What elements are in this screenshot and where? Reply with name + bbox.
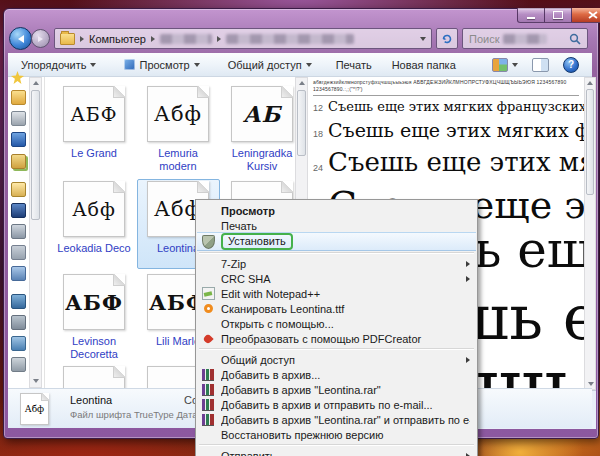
uac-shield-icon — [202, 235, 215, 249]
forward-icon — [38, 36, 43, 42]
menu-item-share[interactable]: Общий доступ — [197, 352, 476, 367]
maximize-icon — [553, 11, 563, 19]
caption-button-group — [517, 8, 600, 23]
disk-drive-icon[interactable] — [11, 224, 26, 239]
search-icon[interactable] — [569, 33, 581, 45]
size-label: 12 — [313, 103, 328, 113]
share-button[interactable]: Общий доступ — [221, 56, 319, 74]
printer-icon[interactable] — [11, 315, 26, 330]
glyph-preview: Абф — [25, 404, 44, 414]
menu-item-preview[interactable]: Просмотр — [197, 203, 476, 218]
navigation-scrollbar[interactable] — [29, 77, 42, 388]
close-button[interactable] — [572, 8, 600, 23]
details-file-name: Leontina — [70, 394, 112, 406]
views-icon — [492, 58, 508, 72]
preview-line: 12 Съешь еще этих мягких французских бул… — [308, 99, 584, 114]
close-icon — [588, 11, 598, 19]
scrollbar-thumb[interactable] — [31, 90, 40, 220]
winrar-icon — [202, 369, 214, 381]
menu-item-open-with[interactable]: Открыть с помощью... — [197, 316, 476, 331]
menu-item-archive-email[interactable]: Добавить в архив и отправить по e-mail..… — [197, 397, 476, 412]
network-icon[interactable] — [11, 336, 26, 351]
favorites-star-icon[interactable] — [11, 71, 24, 84]
font-tile[interactable]: Абф Lemuria modern — [140, 86, 216, 173]
menu-item-add-to-named-archive[interactable]: Добавить в архив "Leontina.rar" — [197, 382, 476, 397]
winrar-icon — [202, 384, 214, 396]
organize-button[interactable]: Упорядочить — [14, 56, 103, 74]
view-button[interactable]: Просмотр — [117, 56, 206, 74]
sample-text: Съешь еще этих мягких французских булок,… — [328, 147, 584, 177]
downloads-folder-icon[interactable] — [11, 154, 26, 169]
back-icon — [18, 35, 24, 43]
chevron-down-icon — [90, 63, 96, 67]
computer-icon[interactable] — [11, 203, 26, 218]
minimize-button[interactable] — [517, 8, 545, 23]
menu-item-crc-sha[interactable]: CRC SHA — [197, 271, 476, 286]
menu-item-scan[interactable]: Сканировать Leontina.ttf — [197, 301, 476, 316]
device-icon[interactable] — [11, 266, 26, 281]
preview-charset-line: 1234567890.:,;("*!?') — [308, 86, 584, 93]
pdfcreator-flame-icon — [202, 333, 213, 344]
device-icon[interactable] — [11, 357, 26, 372]
back-button[interactable] — [9, 27, 32, 50]
font-file-icon: Абф — [147, 86, 209, 142]
folder-icon — [60, 33, 75, 45]
menu-item-edit-notepadpp[interactable]: Edit with Notepad++ — [197, 286, 476, 301]
menu-item-add-to-archive[interactable]: Добавить в архив... — [197, 367, 476, 382]
preview-line: 24 Съешь еще этих мягких французских бул… — [308, 147, 584, 177]
preview-scrollbar[interactable] — [584, 77, 596, 390]
font-tile[interactable]: Абф Leokadia Deco — [56, 181, 132, 255]
font-file-icon: АБФ — [63, 86, 125, 142]
glyph-preview: АБФ — [65, 290, 123, 315]
help-button[interactable]: ? — [556, 54, 586, 76]
preview-pane-toggle[interactable] — [525, 55, 556, 75]
breadcrumb-chevron-icon — [80, 36, 84, 42]
menu-item-install[interactable]: Установить — [197, 232, 476, 251]
print-button[interactable]: Печать — [329, 56, 379, 74]
change-view-button[interactable] — [485, 55, 525, 75]
disk-drive-icon[interactable] — [11, 245, 26, 260]
libraries-icon[interactable] — [11, 182, 26, 197]
preview-pane-icon — [532, 58, 549, 72]
font-name-label: Lemuria modern — [140, 147, 216, 173]
font-tile[interactable]: АБФ Levinson Decoretta — [56, 274, 132, 361]
winrar-icon — [202, 399, 214, 411]
menu-item-send-to[interactable]: Отправить — [197, 448, 476, 456]
device-icon[interactable] — [11, 294, 26, 309]
menu-item-print[interactable]: Печать — [197, 218, 476, 233]
font-tile[interactable]: АБФ Le Grand — [56, 86, 132, 160]
font-tile[interactable]: АБ Leningradka Kursiv — [224, 86, 300, 173]
scrollbar-thumb[interactable] — [297, 90, 306, 156]
install-annotation: Установить — [221, 233, 293, 250]
font-preview-icon — [124, 59, 135, 70]
new-folder-button[interactable]: Новая папка — [385, 56, 463, 74]
scroll-up-icon — [299, 81, 305, 85]
refresh-button[interactable] — [436, 28, 458, 49]
breadcrumb-chevron-icon — [151, 36, 155, 42]
search-input[interactable]: Поиск — [462, 28, 588, 49]
maximize-button[interactable] — [545, 8, 572, 23]
refresh-icon — [441, 33, 453, 45]
menu-item-named-archive-email[interactable]: Добавить в архив "Leontina.rar" и отправ… — [197, 412, 476, 427]
address-dropdown-icon[interactable] — [420, 37, 426, 41]
font-file-icon: Абф — [20, 393, 49, 425]
menu-item-pdfcreator[interactable]: Преобразовать с помощью PDFCreator — [197, 331, 476, 346]
chevron-down-icon — [512, 63, 518, 67]
font-file-icon: АБ — [231, 86, 293, 142]
submenu-arrow-icon — [466, 453, 470, 456]
breadcrumb-computer[interactable]: Компьютер — [89, 33, 146, 45]
context-menu: Просмотр Печать Установить 7-Zip CRC SHA… — [195, 199, 478, 456]
menu-item-restore-previous[interactable]: Восстановить прежнюю версию — [197, 427, 476, 442]
address-bar[interactable]: Компьютер — [54, 28, 432, 49]
glyph-preview: АБ — [243, 101, 282, 127]
scrollbar-thumb[interactable] — [586, 89, 594, 195]
recent-places-icon[interactable] — [11, 111, 26, 126]
font-name-label: Le Grand — [56, 147, 132, 160]
desktop: { "colors":{"annotation_green":"#45b14b"… — [0, 0, 600, 456]
forward-button[interactable] — [31, 29, 50, 48]
search-placeholder: Поиск — [469, 33, 499, 45]
desktop-icon[interactable] — [11, 132, 26, 147]
sample-text: Съешь еще этих мягких французских булок,… — [328, 99, 584, 114]
folder-icon[interactable] — [11, 90, 26, 105]
menu-item-7zip[interactable]: 7-Zip — [197, 256, 476, 271]
